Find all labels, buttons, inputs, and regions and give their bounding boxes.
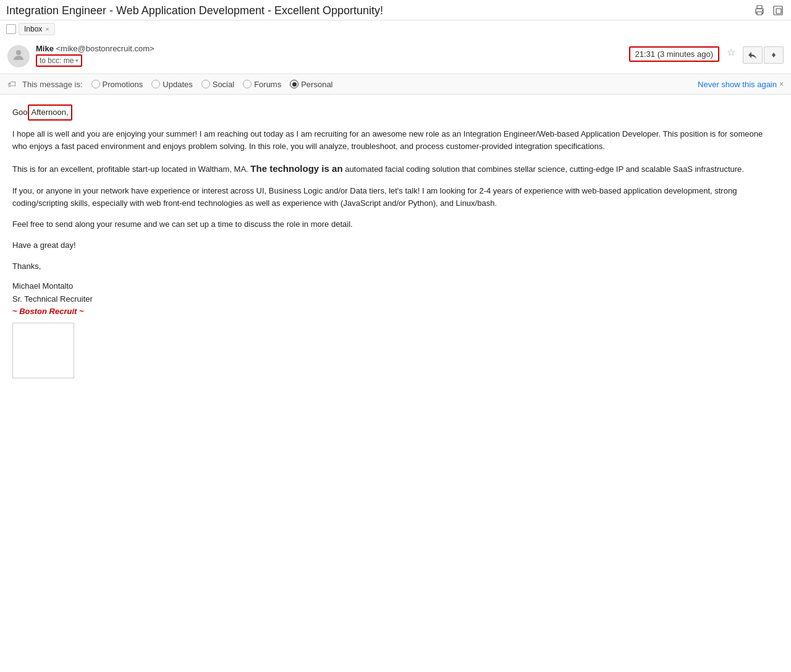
- inbox-tab[interactable]: Inbox ×: [19, 23, 55, 35]
- radio-circle-updates: [151, 80, 160, 88]
- reply-button[interactable]: [743, 46, 763, 64]
- radio-forums[interactable]: Forums: [243, 80, 281, 89]
- boston-recruit-text: ~ Boston Recruit ~: [12, 305, 779, 318]
- select-checkbox[interactable]: [6, 24, 16, 34]
- email-body: GooAfternoon, I hope all is well and you…: [0, 95, 791, 391]
- header-right: 21:31 (3 minutes ago) ☆: [629, 46, 784, 64]
- radio-social[interactable]: Social: [201, 80, 234, 89]
- radio-promotions[interactable]: Promotions: [91, 80, 143, 89]
- tag-icon: 🏷: [7, 79, 16, 89]
- radio-dot-personal: [292, 82, 297, 87]
- para2-regular: This is for an excellent, profitable sta…: [12, 164, 250, 174]
- tab-bar: Inbox ×: [0, 20, 791, 38]
- paragraph-2: This is for an excellent, profitable sta…: [12, 161, 779, 176]
- signature: Thanks, Michael Montalto Sr. Technical R…: [12, 260, 779, 378]
- svg-rect-5: [776, 9, 781, 14]
- sig-name: Michael Montalto: [12, 280, 779, 292]
- radio-circle-promotions: [91, 80, 100, 88]
- print-icon[interactable]: [753, 4, 766, 17]
- more-actions-button[interactable]: [764, 46, 784, 64]
- avatar-person-icon: [11, 48, 26, 66]
- email-header: Mike <mike@bostonrecruit.com> to bcc: me…: [0, 38, 791, 74]
- category-bar: 🏷 This message is: Promotions Updates So…: [0, 74, 791, 95]
- to-bcc-label: to bcc: me: [40, 56, 74, 65]
- radio-circle-forums: [243, 80, 252, 88]
- paragraph-3: If you, or anyone in your network have e…: [12, 185, 779, 210]
- sig-title: Sr. Technical Recruiter: [12, 293, 779, 305]
- title-icon-group: [753, 4, 785, 17]
- star-icon[interactable]: ☆: [724, 46, 738, 58]
- message-is-label: This message is:: [22, 80, 83, 89]
- svg-point-3: [762, 10, 763, 11]
- action-buttons: [743, 46, 784, 64]
- email-subject-title: Integration Engineer - Web Application D…: [6, 4, 383, 17]
- para2-rest: automated facial coding solution that co…: [343, 164, 744, 174]
- greeting-line: GooAfternoon,: [12, 104, 779, 121]
- never-show-link[interactable]: Never show this again ×: [698, 80, 784, 89]
- greeting-highlighted: Afternoon,: [28, 104, 72, 121]
- sender-info: Mike <mike@bostonrecruit.com> to bcc: me…: [36, 44, 629, 67]
- to-bcc-row: to bcc: me ▾: [36, 54, 629, 67]
- para2-bold: The technology is an: [250, 163, 342, 174]
- sender-name-line: Mike <mike@bostonrecruit.com>: [36, 44, 629, 53]
- svg-rect-2: [757, 12, 762, 15]
- radio-label-updates: Updates: [163, 80, 192, 89]
- svg-point-6: [16, 50, 21, 55]
- radio-label-promotions: Promotions: [103, 80, 143, 89]
- inbox-tab-label: Inbox: [24, 25, 42, 33]
- radio-circle-social: [201, 80, 210, 88]
- radio-label-forums: Forums: [254, 80, 281, 89]
- popout-icon[interactable]: [771, 4, 785, 17]
- never-show-label: Never show this again: [698, 80, 777, 89]
- timestamp-box: 21:31 (3 minutes ago): [629, 46, 719, 62]
- svg-rect-1: [757, 6, 762, 9]
- sender-name: Mike: [36, 44, 54, 53]
- radio-circle-personal: [290, 80, 298, 88]
- paragraph-1: I hope all is well and you are enjoying …: [12, 128, 779, 153]
- sig-thanks: Thanks,: [12, 260, 779, 273]
- to-bcc-dropdown-icon[interactable]: ▾: [75, 57, 78, 64]
- radio-personal[interactable]: Personal: [290, 80, 332, 89]
- title-bar: Integration Engineer - Web Application D…: [0, 0, 791, 20]
- inbox-tab-close[interactable]: ×: [45, 25, 49, 33]
- greeting-pre: Goo: [12, 106, 28, 119]
- avatar: [7, 45, 30, 67]
- radio-updates[interactable]: Updates: [151, 80, 192, 89]
- to-bcc-box[interactable]: to bcc: me ▾: [36, 54, 82, 67]
- radio-label-personal: Personal: [301, 80, 332, 89]
- never-show-close-icon[interactable]: ×: [779, 80, 784, 88]
- company-logo-box: [12, 323, 74, 378]
- sender-email: <mike@bostonrecruit.com>: [56, 44, 154, 53]
- paragraph-4: Feel free to send along your resume and …: [12, 218, 779, 231]
- paragraph-5: Have a great day!: [12, 239, 779, 252]
- radio-label-social: Social: [213, 80, 234, 89]
